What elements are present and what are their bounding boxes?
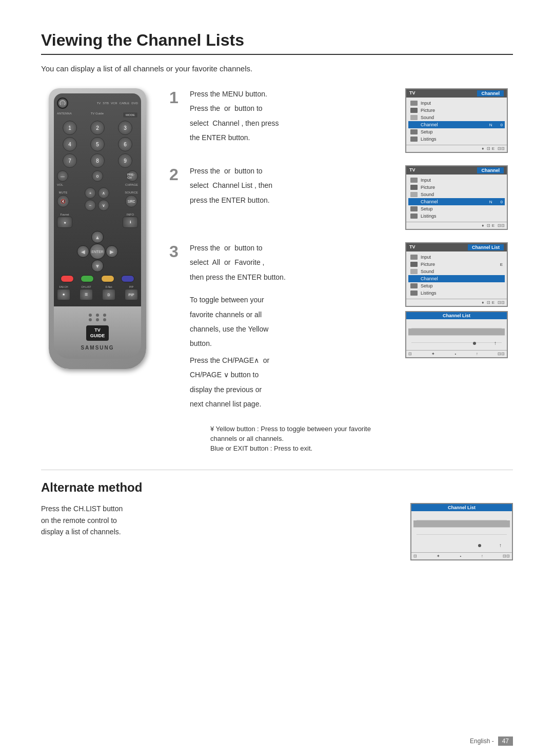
mode-button[interactable]: MODE <box>123 112 138 118</box>
note-line-2: channels or all channels. <box>210 435 513 442</box>
num-1-button[interactable]: 1 <box>63 121 77 135</box>
enter-button[interactable]: ENTER <box>89 243 106 260</box>
chpage-label: CHPAGE <box>125 183 138 186</box>
tv-guide-button[interactable]: TVGUIDE <box>86 325 109 341</box>
footer-nav-3: ♦ <box>482 300 484 305</box>
tv-screen-3: TV Channel List Input Picture E <box>405 242 508 307</box>
picture-e-label: E <box>500 262 503 267</box>
tv-screen-1-header: TV Channel <box>406 89 507 98</box>
green-button[interactable] <box>81 275 94 282</box>
alt-footer-mid: ✦ <box>437 554 440 558</box>
channel-value-n1: N <box>489 123 492 127</box>
footer-mid-4: ✦ <box>431 352 435 356</box>
info-button[interactable]: ℹ <box>123 217 138 228</box>
tv-screen-3-footer: ♦ ⊡ E ⊡⊡ <box>406 299 507 306</box>
source-button[interactable]: SRC <box>125 195 137 207</box>
tv-screen-4: Channel List ↑ ⊡ ✦ • ↑ <box>405 311 508 358</box>
setup-label-1: Setup <box>421 129 433 134</box>
vol-down-button[interactable]: − <box>85 200 96 211</box>
tv-screen-2-header: TV Channel <box>406 166 507 175</box>
setup-label-2: Setup <box>421 206 433 211</box>
ch-up-button[interactable]: ∧ <box>98 187 109 199</box>
note-line-3: Blue or EXIT button : Press to exit. <box>210 444 513 452</box>
footer-text: English - <box>470 738 494 745</box>
red-button[interactable] <box>61 275 74 282</box>
pip-button[interactable]: PIP <box>125 289 138 300</box>
num-0-button[interactable]: 0 <box>92 170 103 182</box>
tv-screen-2-footer: ♦ ⊡ E ⊡⊡ <box>406 222 507 229</box>
menu-setup-3: Setup <box>410 282 503 289</box>
menu-picture-2: Picture <box>410 184 503 191</box>
dnet-button[interactable]: D <box>102 289 115 300</box>
footer-right-4: ↑ <box>476 352 478 356</box>
step-3-line2: select All or Favorite , <box>190 257 395 268</box>
dpad: ▲ ▼ ◀ ▶ ENTER <box>77 231 118 272</box>
footer-exit-1: ⊡⊡ <box>498 146 505 151</box>
tv-label-2: TV <box>409 167 416 173</box>
footer-enter-3: ⊡ E <box>487 300 494 305</box>
channel-marker: ↑ <box>494 340 497 346</box>
step-3-inner: 3 Press the or button to select All or F… <box>169 242 395 286</box>
num-5-button[interactable]: 5 <box>90 137 105 151</box>
mute-button[interactable]: 🔇 <box>57 195 69 207</box>
dpad-up-button[interactable]: ▲ <box>91 231 104 243</box>
menu-sound-1: Sound <box>410 114 503 121</box>
num-8-button[interactable]: 8 <box>90 153 105 168</box>
prech-button[interactable]: PRE-CH <box>127 170 138 182</box>
source-labels: TV STB VCR CABLE DVD <box>97 102 138 105</box>
step-2-text: Press the or button to select Channel Li… <box>190 165 395 230</box>
num-3-button[interactable]: 3 <box>118 121 132 135</box>
num-6-button[interactable]: 6 <box>118 137 132 151</box>
step-3-text: Press the or button to select All or Fav… <box>190 242 395 286</box>
tv-screen-1-menu: Input Picture Sound <box>406 98 507 145</box>
num-4-button[interactable]: 4 <box>63 137 77 151</box>
dpad-area: ▲ ▼ ◀ ▶ ENTER <box>57 231 138 272</box>
blue-button[interactable] <box>121 275 134 282</box>
alt-footer-dot: • <box>460 554 462 558</box>
vol-up-button[interactable]: + <box>85 187 96 199</box>
ch-down-button[interactable]: ∨ <box>98 200 109 211</box>
num-2-button[interactable]: 2 <box>90 121 105 135</box>
tv-screen-3-header: TV Channel List <box>406 243 507 251</box>
vol-label: VOL <box>57 183 63 186</box>
step-3-line3: then press the ENTER button. <box>190 272 395 283</box>
dpad-right-button[interactable]: ▶ <box>106 245 118 258</box>
sound-label-3: Sound <box>421 269 434 274</box>
dot <box>89 314 92 317</box>
tv-screen-5-content: ↑ <box>411 511 512 552</box>
num-7-button[interactable]: 7 <box>63 153 77 168</box>
step-1-row: 1 Press the MENU button. Press the or bu… <box>169 88 513 153</box>
page-title: Viewing the Channel Lists <box>41 31 513 55</box>
chlist-button[interactable]: ☰ <box>80 289 93 300</box>
step-2-line3: press the ENTER button. <box>190 195 395 206</box>
channel-label-3: Channel <box>421 276 438 281</box>
channel-highlight-2: Channel <box>477 167 504 173</box>
num-9-button[interactable]: 9 <box>118 153 132 168</box>
step-1-left: 1 Press the MENU button. Press the or bu… <box>169 88 395 153</box>
alt-channel-row-2 <box>413 520 510 528</box>
tv-screen-1-footer: ♦ ⊡ E ⊡⊡ <box>406 145 507 152</box>
menu-input-2: Input <box>410 177 503 184</box>
menu-setup-2: Setup <box>410 205 503 212</box>
favch-button[interactable]: ★ <box>57 289 70 300</box>
alt-channel-row-3 <box>417 528 507 535</box>
channel-value-n2: N <box>489 200 492 204</box>
alternate-screen-wrapper: Channel List ↑ ⊡ ✦ • ↑ ⊡⊡ <box>410 503 513 560</box>
dash-button[interactable]: — <box>57 170 68 182</box>
step-1-text: Press the MENU button. Press the or butt… <box>190 88 395 153</box>
sound-icon-1 <box>410 115 418 120</box>
input-label-1: Input <box>421 101 431 106</box>
picture-label-1: Picture <box>421 108 435 113</box>
dpad-down-button[interactable]: ▼ <box>91 260 104 272</box>
tv-screen-1: TV Channel Input Picture <box>405 88 508 153</box>
remote-bottom-section: TVGUIDE SAMSUNG <box>54 306 141 359</box>
yellow-button[interactable] <box>101 275 114 282</box>
menu-channel-3: Channel <box>408 275 505 282</box>
dpad-left-button[interactable]: ◀ <box>77 245 89 258</box>
favorites-button[interactable]: ★ <box>57 217 72 228</box>
step-2-line2: select Channel List , then <box>190 180 395 191</box>
steps-34-left: 3 Press the or button to select All or F… <box>169 242 395 413</box>
chpage-line4: next channel list page. <box>190 398 395 410</box>
power-button[interactable] <box>57 98 68 109</box>
footer-exit-3: ⊡⊡ <box>498 300 505 305</box>
